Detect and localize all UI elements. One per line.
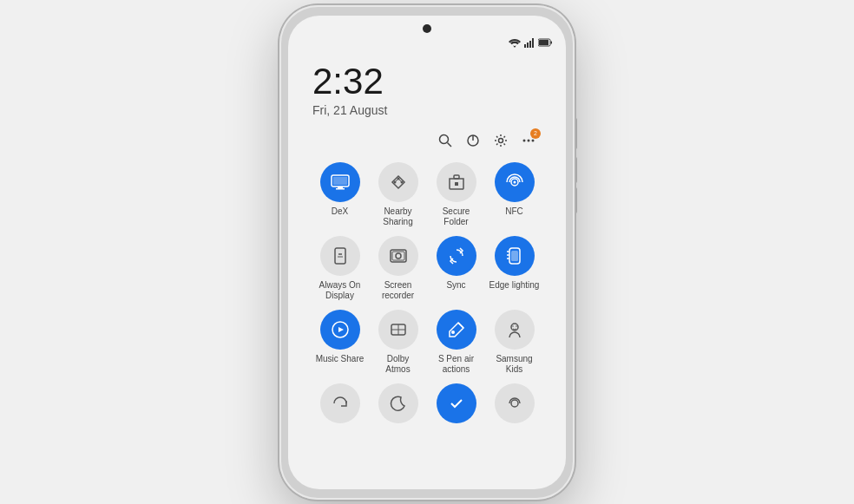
phone-wrapper: 2:32 Fri, 21 August 2	[279, 5, 575, 500]
qs-music-share[interactable]: Music Share	[312, 310, 367, 375]
nfc-label: NFC	[505, 206, 523, 217]
edge-lighting-label: Edge lighting	[489, 280, 540, 291]
svg-point-7	[440, 134, 449, 143]
spen-label: S Pen airactions	[438, 354, 474, 375]
qs-nearby-sharing[interactable]: NearbySharing	[371, 162, 425, 227]
qs-rotate[interactable]	[312, 383, 367, 423]
screen-recorder-label: Screenrecorder	[382, 280, 414, 301]
check-icon	[437, 383, 476, 423]
power-icon-btn[interactable]	[463, 131, 483, 150]
samsung-kids-label: SamsungKids	[496, 354, 532, 375]
svg-line-43	[458, 323, 463, 328]
qs-nfc[interactable]: NFC	[487, 162, 542, 227]
front-camera	[423, 24, 431, 33]
svg-point-27	[513, 180, 516, 183]
svg-point-13	[528, 139, 530, 141]
quick-settings-grid: DeX NearbySharing SecureFo	[312, 162, 542, 375]
svg-point-48	[511, 400, 518, 407]
secure-folder-icon	[437, 162, 476, 202]
moon-icon	[378, 383, 418, 423]
svg-rect-35	[511, 251, 518, 261]
sync-label: Sync	[446, 280, 465, 291]
svg-point-11	[499, 138, 503, 142]
svg-rect-18	[336, 188, 345, 190]
samsung-kids-icon	[495, 310, 535, 350]
nearby-sharing-icon	[378, 162, 418, 202]
svg-rect-2	[529, 41, 531, 48]
svg-rect-17	[338, 187, 343, 188]
more-badge: 2	[530, 128, 541, 139]
rotate-icon	[320, 383, 360, 423]
svg-line-8	[448, 142, 452, 147]
status-bar	[288, 36, 566, 53]
dolby-atmos-icon	[378, 310, 418, 350]
svg-rect-16	[333, 177, 347, 185]
svg-rect-6	[551, 42, 553, 44]
sync-icon	[437, 236, 476, 276]
more-icon-btn[interactable]: 2	[519, 131, 538, 150]
qs-always-on-display[interactable]: Always OnDisplay	[312, 236, 367, 301]
svg-rect-25	[455, 182, 458, 186]
camera-area	[288, 16, 566, 36]
qs-samsung-kids[interactable]: SamsungKids	[487, 310, 542, 375]
music-share-icon	[320, 310, 360, 350]
qs-spen-air-actions[interactable]: S Pen airactions	[429, 310, 483, 375]
svg-rect-5	[539, 40, 549, 45]
qs-dex[interactable]: DeX	[312, 162, 367, 227]
qs-extra3[interactable]	[429, 383, 483, 423]
svg-point-47	[516, 325, 517, 327]
aod-label: Always OnDisplay	[319, 280, 361, 301]
dex-icon	[320, 162, 360, 202]
qs-screen-recorder[interactable]: Screenrecorder	[371, 236, 425, 301]
time-display: 2:32	[312, 62, 542, 101]
wifi-icon	[509, 38, 521, 49]
edge-lighting-icon	[495, 236, 535, 276]
date-display: Fri, 21 August	[312, 103, 542, 117]
search-icon-btn[interactable]	[436, 131, 455, 150]
svg-point-12	[523, 139, 526, 141]
svg-rect-28	[335, 248, 345, 264]
phone-frame: 2:32 Fri, 21 August 2	[279, 5, 575, 500]
dex-label: DeX	[332, 206, 348, 217]
settings-icon-btn[interactable]	[491, 131, 510, 150]
quick-panel-row: 2	[312, 131, 542, 150]
svg-point-14	[532, 139, 535, 141]
qs-dolby-atmos[interactable]: DolbyAtmos	[371, 310, 425, 375]
dolby-atmos-label: DolbyAtmos	[385, 354, 410, 375]
music-share-label: Music Share	[316, 354, 365, 364]
svg-rect-24	[454, 175, 459, 179]
qs-extra4[interactable]	[487, 383, 542, 423]
screen-recorder-icon	[378, 236, 418, 276]
svg-point-44	[451, 331, 455, 334]
nfc-icon	[495, 162, 535, 202]
svg-rect-0	[524, 44, 526, 48]
qs-dnd[interactable]	[371, 383, 425, 423]
qs-secure-folder[interactable]: SecureFolder	[429, 162, 483, 227]
svg-point-33	[396, 253, 401, 259]
signal-icon	[524, 38, 535, 49]
spen-icon	[437, 310, 476, 350]
svg-rect-1	[527, 43, 529, 48]
extra4-icon	[495, 383, 535, 423]
aod-icon	[320, 236, 360, 276]
battery-icon	[538, 38, 552, 49]
secure-folder-label: SecureFolder	[443, 206, 470, 227]
svg-point-46	[512, 325, 514, 327]
qs-sync[interactable]: Sync	[429, 236, 483, 301]
partial-quick-settings-row	[312, 383, 542, 423]
nearby-sharing-label: NearbySharing	[383, 206, 412, 227]
lock-content: 2:32 Fri, 21 August 2	[288, 53, 566, 489]
phone-screen: 2:32 Fri, 21 August 2	[288, 16, 566, 489]
svg-rect-3	[532, 38, 534, 48]
qs-edge-lighting[interactable]: Edge lighting	[487, 236, 542, 301]
